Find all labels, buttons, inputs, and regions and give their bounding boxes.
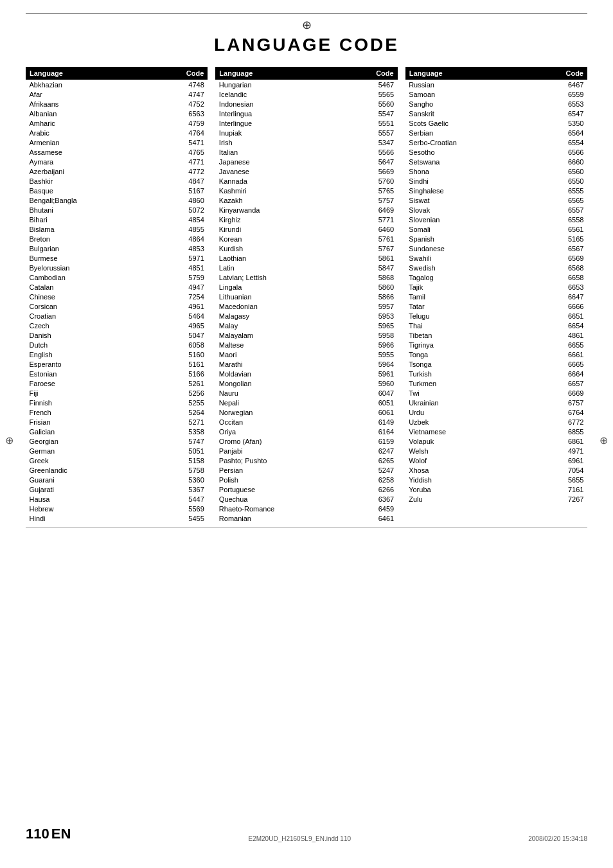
language-name: Estonian [26,369,175,378]
language-code: 5455 [175,513,208,523]
table-row: Spanish5165 [405,234,587,244]
right-side-symbol: ⊕ [600,434,608,447]
table-row: Bislama4855 [26,224,208,234]
table-row: Azerbaijani4772 [26,166,208,176]
column-2: Language Code Hungarian5467Icelandic5565… [215,67,397,523]
page: ⊕ LANGUAGE CODE Language Code Abkhazian4… [0,0,613,868]
language-code: 5360 [175,475,208,484]
language-name: Frisian [26,417,175,427]
language-name: German [26,446,175,456]
language-code: 6554 [555,137,587,147]
language-code: 5760 [365,176,397,186]
language-name: Fiji [26,388,175,398]
table-row: Afar4747 [26,89,208,99]
language-name: Icelandic [216,89,365,99]
table-row: Gujarati5367 [26,484,208,494]
language-name: Spanish [405,234,555,244]
language-code: 5264 [175,407,208,417]
language-name: Quechua [216,494,365,504]
language-name: Bashkir [26,176,175,186]
language-name: Singhalese [405,186,555,195]
table-row: Oromo (Afan)6159 [216,436,397,446]
language-code: 6664 [555,369,587,378]
table-row: Wolof6961 [405,456,587,465]
language-name: Macedonian [216,301,365,311]
table-row: Italian5566 [216,147,397,157]
language-code: 6061 [365,407,397,417]
language-code: 5467 [365,80,397,90]
language-code: 6058 [175,340,208,350]
language-name: Xhosa [405,465,555,475]
language-code: 4847 [175,176,208,186]
language-code: 5747 [175,436,208,446]
table-row: Singhalese6555 [405,186,587,195]
language-name: Volapuk [405,436,555,446]
table-row: Galician5358 [26,427,208,436]
language-name: Turkish [405,369,555,378]
language-name: Serbian [405,128,555,137]
language-name: Telugu [405,311,555,321]
language-code: 5158 [175,456,208,465]
language-name: Armenian [26,137,175,147]
table-row: Malagasy5953 [216,311,397,321]
table-row: Swedish6568 [405,263,587,272]
table-row: Guarani5360 [26,475,208,484]
table-row: Inupiak5557 [216,128,397,137]
language-code: 5358 [175,427,208,436]
language-name: English [26,350,175,359]
language-code: 5958 [365,330,397,340]
language-name: Cambodian [26,272,175,282]
language-name: Interlingue [216,118,365,128]
table-row: Bashkir4847 [26,176,208,186]
language-name: Greek [26,456,175,465]
language-code: 6547 [555,109,587,118]
language-code: 5350 [555,118,587,128]
table-row: Laothian5861 [216,253,397,263]
language-name: Tigrinya [405,340,555,350]
language-name: Moldavian [216,369,365,378]
table-row: Javanese5669 [216,166,397,176]
table-row: Assamese4765 [26,147,208,157]
footer-right: 2008/02/20 15:34:18 [528,835,587,842]
language-code: 5655 [555,475,587,484]
col2-lang-header: Language [216,67,365,80]
table-row: Thai6654 [405,321,587,330]
language-name: Maori [216,350,365,359]
table-row: Swahili6569 [405,253,587,263]
language-code: 6247 [365,446,397,456]
language-code: 6563 [175,109,208,118]
language-code: 5471 [175,137,208,147]
language-code: 4771 [175,157,208,166]
language-code: 6653 [555,282,587,292]
language-code: 6651 [555,311,587,321]
language-code: 6557 [555,205,587,215]
language-name: French [26,407,175,417]
table-row: French5264 [26,407,208,417]
table-row: Turkish6664 [405,369,587,378]
language-name: Tonga [405,350,555,359]
footer-center: E2M20UD_H2160SL9_EN.indd 110 [249,835,351,842]
language-name: Latin [216,263,365,272]
language-name: Bulgarian [26,244,175,253]
language-name: Laothian [216,253,365,263]
language-code: 6467 [555,80,587,90]
col3-code-header: Code [555,67,587,80]
language-code: 5847 [365,263,397,272]
language-code: 5565 [365,89,397,99]
table-row: Kannada5760 [216,176,397,186]
col1-lang-header: Language [26,67,175,80]
language-name: Pashto; Pushto [216,456,365,465]
table-row: Quechua6367 [216,494,397,504]
language-code: 6654 [555,321,587,330]
table-row: Frisian5271 [26,417,208,427]
table-row: Kinyarwanda6469 [216,205,397,215]
column-1: Language Code Abkhazian4748Afar4747Afrik… [26,67,208,523]
table-row: Norwegian6061 [216,407,397,417]
language-name: Kirghiz [216,215,365,224]
table-row: Czech4965 [26,321,208,330]
language-name: Sanskrit [405,109,555,118]
table-col2: Language Code Hungarian5467Icelandic5565… [215,67,397,523]
table-row: Hungarian5467 [216,80,397,90]
table-row: Kashmiri5765 [216,186,397,195]
language-code: 5961 [365,369,397,378]
